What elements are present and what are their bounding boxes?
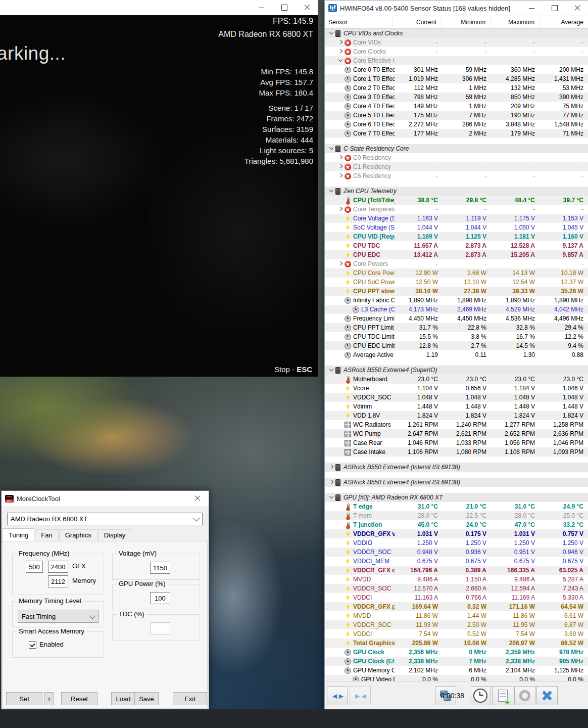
sensor-row[interactable]: VDDCR_SOC0.948 V0.936 V0.951 V0.946 V: [325, 548, 588, 557]
sensor-group-row[interactable]: GPU [#0]: AMD Radeon RX 6800 XT: [325, 493, 588, 502]
sensor-row[interactable]: Case Rear1,046 RPM1,033 RPM1,056 RPM1,04…: [325, 438, 588, 447]
chevron-right-icon[interactable]: [337, 48, 344, 55]
sensor-group-row[interactable]: ASRock B550 Extreme4 (Intersil ISL69138): [325, 463, 588, 472]
sensor-row[interactable]: Core Effective Clocks----: [325, 56, 588, 65]
sensor-row[interactable]: T mem28.0 °C22.5 °C28.0 °C25.0 °C: [325, 511, 588, 520]
chevron-right-icon[interactable]: [328, 479, 335, 486]
collapse-columns-button[interactable]: ►◄: [350, 686, 371, 705]
set-button[interactable]: Set: [6, 692, 42, 705]
sensor-row[interactable]: Vcore1.104 V0.656 V1.184 V1.046 V: [325, 384, 588, 393]
chevron-down-icon[interactable]: [328, 145, 335, 152]
sensor-row[interactable]: CPU TDC11.657 A2.873 A12.528 A9.137 A: [325, 241, 588, 250]
chevron-right-icon[interactable]: [337, 39, 344, 46]
sensor-row[interactable]: Core Powers----: [325, 259, 588, 268]
close-sensors-button[interactable]: [536, 686, 558, 705]
gpu-power-input[interactable]: 100: [150, 592, 170, 604]
sensor-row[interactable]: C1 Residency----: [325, 162, 588, 171]
sensor-group-row[interactable]: ASRock B550 Extreme4 (Intersil ISL69138): [325, 478, 588, 487]
sensor-row[interactable]: T junction45.0 °C24.0 °C47.0 °C33.2 °C: [325, 520, 588, 529]
column-maximum[interactable]: Maximum: [491, 18, 540, 27]
sensor-row[interactable]: Core 6 T0 Effective Clock2,272 MHz286 MH…: [325, 120, 588, 129]
minimize-button[interactable]: [520, 1, 543, 16]
sensor-row[interactable]: VDDCR_GFX current164.796 A0.389 A166.335…: [325, 566, 588, 575]
column-minimum[interactable]: Minimum: [442, 18, 491, 27]
sensor-row[interactable]: Total Graphics Power (TGP)205.86 W10.08 …: [325, 639, 588, 648]
settings-button[interactable]: [514, 686, 535, 705]
sensor-row[interactable]: Motherboard23.0 °C23.0 °C23.0 °C23.0 °C: [325, 375, 588, 384]
sensor-row[interactable]: GPU Memory Clock2,102 MHz6 MHz2,104 MHz1…: [325, 666, 588, 675]
sensor-row[interactable]: Core 2 T0 Effective Clock112 MHz1 MHz132…: [325, 83, 588, 93]
close-button[interactable]: [566, 1, 588, 16]
sensor-row[interactable]: GPU Clock2,356 MHz0 MHz2,359 MHz978 MHz: [325, 648, 588, 657]
chevron-down-icon[interactable]: [328, 30, 335, 37]
save-button[interactable]: Save: [134, 692, 159, 705]
sensor-row[interactable]: WC Pump2,647 RPM2,621 RPM2,652 RPM2,636 …: [325, 429, 588, 438]
sensor-group-row[interactable]: ASRock B550 Extreme4 (SuperIO): [325, 366, 588, 375]
tab-tuning[interactable]: Tuning: [3, 528, 34, 541]
sensor-row[interactable]: C6 Residency----: [325, 171, 588, 180]
sensor-row[interactable]: Core Temperatures----: [325, 205, 588, 214]
gfx-max-freq-input[interactable]: 2400: [48, 561, 68, 573]
report-button[interactable]: [492, 686, 513, 705]
tab-fan[interactable]: Fan: [35, 529, 58, 541]
sensor-row[interactable]: CPU PPT Limit31.7 %22.8 %32.8 %29.4 %: [325, 323, 588, 332]
sensor-row[interactable]: CPU EDC Limit12.8 %2.7 %14.5 %9.4 %: [325, 341, 588, 350]
chevron-down-icon[interactable]: [337, 57, 344, 64]
chevron-down-icon[interactable]: [328, 494, 335, 501]
reset-button[interactable]: Reset: [61, 692, 97, 705]
sensor-row[interactable]: C0 Residency----: [325, 153, 588, 162]
sensor-row[interactable]: Core 5 T0 Effective Clock175 MHz7 MHz190…: [325, 111, 588, 120]
sensor-group-row[interactable]: Zen CPU Telemetry: [325, 187, 588, 196]
sensor-row[interactable]: MVDD11.86 W1.44 W11.86 W6.61 W: [325, 611, 588, 620]
clock-button[interactable]: [470, 686, 491, 705]
sensor-row[interactable]: Infinity Fabric Clock (FCLK)1,890 MHz1,8…: [325, 296, 588, 305]
column-sensor[interactable]: Sensor: [325, 19, 393, 26]
sensor-row[interactable]: VDD 1.8V1.824 V1.824 V1.824 V1.824 V: [325, 411, 588, 420]
sensor-row[interactable]: Core 0 T0 Effective Clock301 MHz59 MHz36…: [325, 65, 588, 74]
sam-enabled-checkbox[interactable]: [29, 641, 36, 649]
sensor-row[interactable]: Core 4 T0 Effective Clock149 MHz1 MHz209…: [325, 102, 588, 111]
sensor-row[interactable]: VDDCR_GFX voltage1.031 V0.175 V1.031 V0.…: [325, 529, 588, 538]
voltage-input[interactable]: 1150: [150, 562, 170, 574]
sensor-row[interactable]: VDDCR_SOC12.570 A2.660 A12.594 A7.243 A: [325, 584, 588, 593]
memory-timing-select[interactable]: Fast Timing: [18, 610, 99, 623]
chevron-right-icon[interactable]: [337, 163, 344, 170]
sensor-row[interactable]: CPU SoC Power (SVI2 TFN)12.50 W12.10 W12…: [325, 278, 588, 287]
sensor-row[interactable]: T edge31.0 °C21.0 °C31.0 °C24.9 °C: [325, 502, 588, 511]
sensor-row[interactable]: Core 1 T0 Effective Clock1,019 MHz306 MH…: [325, 74, 588, 83]
sensor-row[interactable]: CPU TDC Limit15.5 %3.8 %16.7 %12.2 %: [325, 332, 588, 341]
memory-freq-input[interactable]: 2112: [48, 575, 68, 587]
maximize-button[interactable]: [543, 1, 566, 16]
sensor-row[interactable]: VDDCR_SOC11.93 W2.50 W11.95 W6.87 W: [325, 620, 588, 629]
chevron-right-icon[interactable]: [337, 206, 344, 213]
sensor-row[interactable]: CPU Core Power (SVI2 TFN)12.90 W2.68 W14…: [325, 268, 588, 278]
sensor-row[interactable]: L3 Cache (CCD1)4,173 MHz2,469 MHz4,529 M…: [325, 305, 588, 314]
maximize-button[interactable]: [273, 0, 296, 15]
sensor-row[interactable]: Core 3 T0 Effective Clock798 MHz59 MHz85…: [325, 93, 588, 102]
sensor-row[interactable]: Average Active Core Count1.190.111.300.8…: [325, 350, 588, 359]
chevron-right-icon[interactable]: [337, 260, 344, 267]
chevron-right-icon[interactable]: [337, 172, 344, 179]
minimize-button[interactable]: [250, 0, 273, 15]
sensor-row[interactable]: Core Clocks----: [325, 47, 588, 56]
sensor-row[interactable]: VDDCI_MEM0.675 V0.675 V0.675 V0.675 V: [325, 557, 588, 566]
plus-button[interactable]: +: [44, 692, 54, 705]
sensor-row[interactable]: VDDCR_GFX power169.64 W0.32 W171.16 W64.…: [325, 602, 588, 611]
sensor-row[interactable]: GPU Clock (Effective)2,338 MHz7 MHz2,338…: [325, 657, 588, 666]
sensor-row[interactable]: Core 7 T0 Effective Clock177 MHz2 MHz179…: [325, 129, 588, 138]
column-average[interactable]: Average: [540, 18, 588, 27]
sensor-row[interactable]: Frequency Limit - Global4,450 MHz4,450 M…: [325, 314, 588, 323]
sensor-group-row[interactable]: C-State Residency Core: [325, 144, 588, 153]
tab-display[interactable]: Display: [98, 529, 132, 541]
sensor-row[interactable]: Core VIDs----: [325, 38, 588, 47]
gfx-min-freq-input[interactable]: 500: [26, 561, 43, 573]
sensor-row[interactable]: MVDD9.486 A1.150 A9.486 A5.287 A: [325, 575, 588, 584]
sensor-row[interactable]: Core Voltage (SVI2)1.163 V1.119 V1.175 V…: [325, 214, 588, 223]
sensor-row[interactable]: VDDCR_SOC1.048 V1.048 V1.048 V1.048 V: [325, 393, 588, 402]
sensor-row[interactable]: VDDCI11.163 A0.766 A11.169 A5.330 A: [325, 593, 588, 602]
chevron-down-icon[interactable]: [328, 367, 335, 374]
chevron-down-icon[interactable]: [328, 188, 335, 195]
sensor-row[interactable]: GPU Video Decode 1 Usage0.0 %0.0 %0.0 %0…: [325, 675, 588, 681]
sensor-row[interactable]: VDDIO1.250 V1.250 V1.250 V1.250 V: [325, 538, 588, 548]
sensor-row[interactable]: VDDCI7.54 W0.52 W7.54 W3.60 W: [325, 629, 588, 639]
